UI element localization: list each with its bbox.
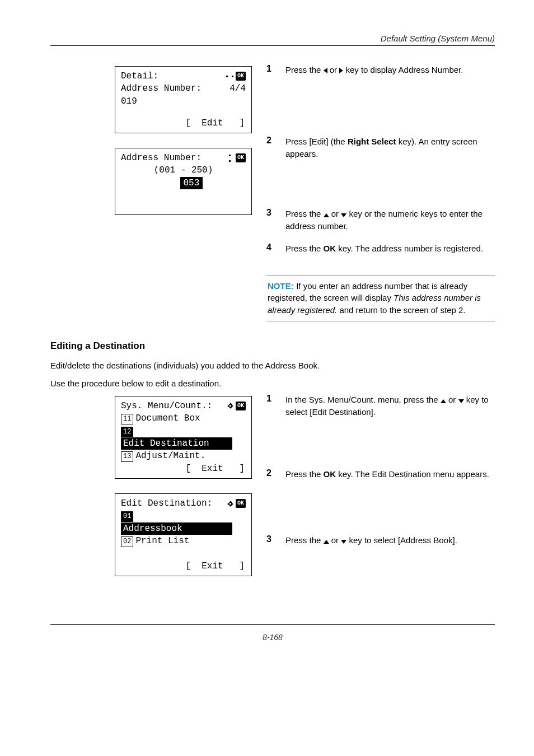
bottom-rule <box>50 624 495 625</box>
menu-item: 02Print List <box>121 535 246 547</box>
dpad-diamond-icon <box>227 403 233 409</box>
menu-item: 13Adjust/Maint. <box>121 450 246 462</box>
lcd-screen-addr-entry: Address Number: OK (001 - 250) 053 <box>115 148 252 215</box>
step-number: 3 <box>266 208 277 232</box>
triangle-up-icon <box>324 213 329 217</box>
step-number: 2 <box>266 468 277 480</box>
step-number: 2 <box>266 136 277 160</box>
nav-hint-diamond: OK <box>227 499 246 508</box>
section-para: Edit/delete the destinations (individual… <box>50 360 495 372</box>
step-number: 3 <box>266 534 277 547</box>
running-header: Default Setting (System Menu) <box>50 34 495 45</box>
lcd-entry-value: 053 <box>180 177 203 189</box>
step-text: Press the or key to select [Address Book… <box>285 534 457 547</box>
softkey-exit: [ Exit ] <box>121 463 246 475</box>
section-para: Use the procedure below to edit a destin… <box>50 377 495 390</box>
step-text: Press the OK key. The address number is … <box>285 242 483 255</box>
ok-icon: OK <box>236 72 246 81</box>
ok-icon: OK <box>236 153 246 162</box>
nav-hint-diamond: OK <box>227 402 246 410</box>
triangle-left-icon <box>324 68 327 73</box>
menu-item-selected: 12Edit Destination <box>121 425 246 450</box>
top-rule <box>50 45 495 46</box>
step-text: Press the or key or the numeric keys to … <box>285 208 495 232</box>
page-number: 8-168 <box>50 633 495 642</box>
ok-icon: OK <box>236 499 246 508</box>
note-box: NOTE: If you enter an address number tha… <box>266 275 495 321</box>
triangle-up-icon <box>324 540 329 544</box>
dpad-lr-icon <box>226 73 233 80</box>
lcd-entry-range: (001 - 250) <box>121 164 246 176</box>
lcd-entry-title: Address Number: <box>121 152 202 164</box>
lcd-screen-detail: Detail: OK Address Number: 4/4 019 [ Edi… <box>115 66 252 133</box>
lcd-title: Sys. Menu/Count.: <box>121 400 212 412</box>
nav-hint-lr: OK <box>226 72 246 81</box>
section-heading: Editing a Destination <box>50 340 495 352</box>
triangle-up-icon <box>441 399 446 403</box>
nav-hint-ud: OK <box>226 153 246 162</box>
note-text: If you enter an address number that is a… <box>268 281 481 315</box>
menu-item-selected: 01Addressbook <box>121 510 246 535</box>
lcd-entry-prefix <box>164 178 180 188</box>
step-number: 1 <box>266 64 277 76</box>
step-number: 1 <box>266 394 277 418</box>
note-label: NOTE: <box>268 281 294 291</box>
ok-icon: OK <box>236 402 246 410</box>
triangle-down-icon <box>341 540 346 544</box>
lcd-title: Detail: <box>121 70 158 82</box>
step-text: Press the OK key. The Edit Destination m… <box>285 468 489 480</box>
softkey-exit: [ Exit ] <box>121 560 246 572</box>
step-number: 4 <box>266 242 277 255</box>
triangle-down-icon <box>458 399 464 403</box>
dpad-ud-icon <box>226 155 233 162</box>
lcd-title: Edit Destination: <box>121 497 212 510</box>
lcd-addr-value: 019 <box>121 95 246 108</box>
dpad-diamond-icon <box>227 501 233 507</box>
triangle-right-icon <box>339 68 343 73</box>
lcd-screen-sysmenu: Sys. Menu/Count.: OK 11Document Box 12Ed… <box>115 396 252 479</box>
step-text: Press the or key to display Address Numb… <box>285 64 463 76</box>
step-text: In the Sys. Menu/Count. menu, press the … <box>285 394 495 418</box>
softkey-edit: [ Edit ] <box>121 117 246 129</box>
triangle-down-icon <box>341 213 346 217</box>
menu-item: 11Document Box <box>121 412 246 424</box>
lcd-screen-editdest: Edit Destination: OK 01Addressbook 02Pri… <box>115 493 252 576</box>
lcd-addr-label: Address Number: <box>121 82 202 95</box>
step-text: Press [Edit] (the Right Select key). An … <box>285 136 495 160</box>
lcd-page-indicator: 4/4 <box>229 82 246 95</box>
